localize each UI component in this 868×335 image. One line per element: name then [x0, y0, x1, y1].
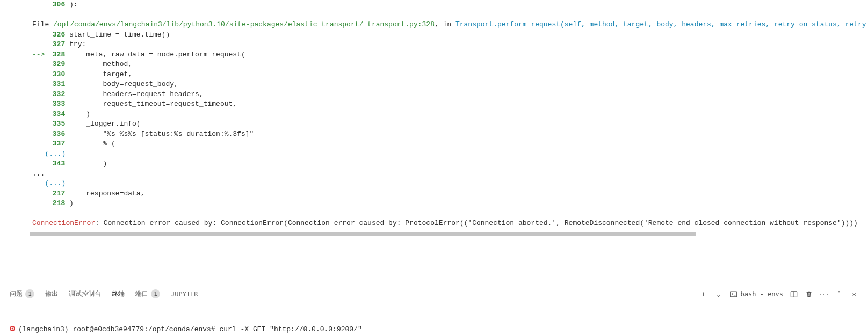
error-dot-icon: [10, 326, 15, 331]
ports-count-badge: 1: [151, 289, 160, 298]
chevron-up-icon[interactable]: ˄: [835, 290, 843, 298]
tab-terminal[interactable]: 终端: [112, 289, 125, 301]
tab-debug-console[interactable]: 调试控制台: [69, 289, 101, 298]
terminal-body[interactable]: (langchain3) root@e0cdb3e94779:/opt/cond…: [0, 303, 868, 335]
panel-toolbar: + ⌄ bash - envs ··· ˄ ✕: [699, 290, 858, 298]
close-panel-icon[interactable]: ✕: [850, 290, 858, 298]
code-text: 306 ): File /opt/conda/envs/langchain3/l…: [0, 0, 868, 229]
panel-tab-bar: 问题 1 输出 调试控制台 终端 端口 1 JUPYTER + ⌄ bash -…: [0, 285, 868, 303]
svg-rect-0: [730, 292, 736, 297]
shell-indicator[interactable]: bash - envs: [729, 290, 783, 298]
tab-ports-label: 端口: [135, 289, 148, 298]
tab-problems[interactable]: 问题 1: [10, 289, 34, 298]
bottom-panel: 问题 1 输出 调试控制台 终端 端口 1 JUPYTER + ⌄ bash -…: [0, 285, 868, 335]
trash-icon[interactable]: [805, 290, 813, 298]
terminal-line-1: (langchain3) root@e0cdb3e94779:/opt/cond…: [10, 325, 858, 334]
chevron-down-icon[interactable]: ⌄: [714, 290, 723, 298]
tab-output[interactable]: 输出: [45, 289, 58, 298]
split-terminal-icon[interactable]: [790, 290, 798, 298]
terminal-icon: [729, 290, 738, 298]
horizontal-scrollbar[interactable]: [30, 232, 696, 236]
tab-ports[interactable]: 端口 1: [135, 289, 160, 298]
shell-label: bash - envs: [741, 290, 783, 298]
editor-traceback-output[interactable]: 306 ): File /opt/conda/envs/langchain3/l…: [0, 0, 868, 279]
tab-problems-label: 问题: [10, 289, 23, 298]
new-terminal-icon[interactable]: +: [699, 290, 708, 298]
more-icon[interactable]: ···: [820, 290, 828, 298]
problems-count-badge: 1: [25, 289, 34, 298]
tab-jupyter[interactable]: JUPYTER: [171, 290, 198, 298]
